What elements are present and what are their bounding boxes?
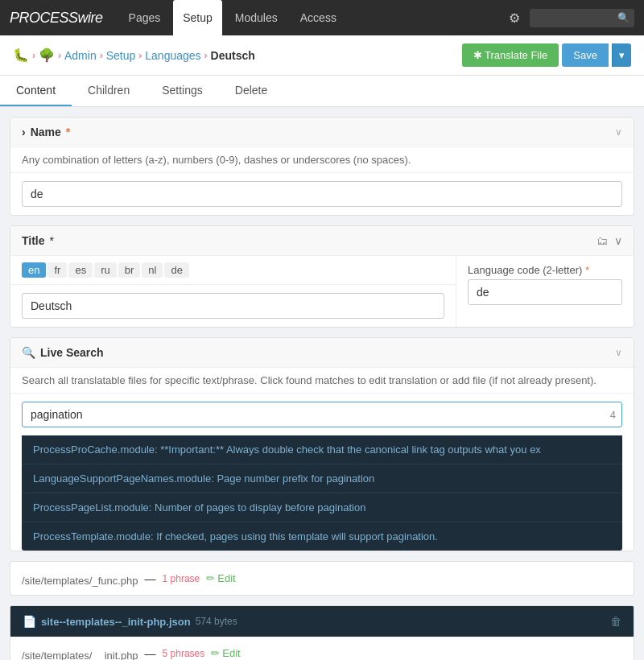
name-description: Any combination of letters (a-z), number…	[10, 147, 634, 173]
title-section-header: Title * 🗂 ∨	[10, 226, 634, 256]
title-label: Title	[22, 234, 45, 247]
lang-tabs: en fr es ru br nl de	[10, 256, 456, 285]
file-2-size: 574 bytes	[196, 616, 237, 627]
search-result-count: 4	[610, 409, 616, 421]
chevron-right-icon: ›	[22, 126, 26, 138]
action-buttons: ✱ Translate File Save ▾	[462, 43, 631, 67]
translate-file-button[interactable]: ✱ Translate File	[462, 43, 559, 67]
breadcrumb-setup[interactable]: Setup	[106, 49, 136, 62]
breadcrumb-admin[interactable]: Admin	[64, 49, 97, 62]
lang-code-label-text: Language code (2-letter)	[468, 264, 582, 276]
file-entry-2: 📄 site--templates--_init-php.json 574 by…	[10, 605, 634, 660]
file-2-left: 📄 site--templates--_init-php.json 574 by…	[23, 615, 237, 628]
file-entry-2-body: /site/templates/ _init.php — 5 phrases ✏…	[10, 637, 634, 660]
lang-tab-es[interactable]: es	[68, 262, 93, 278]
sep2: ›	[58, 50, 61, 61]
search-wrap: 🔍	[530, 9, 634, 27]
name-body	[10, 173, 634, 215]
logo-italic: wire	[78, 10, 103, 26]
name-section: › Name * ∨ Any combination of letters (a…	[10, 117, 634, 216]
nav-modules[interactable]: Modules	[225, 0, 287, 35]
name-title-label: Name	[31, 126, 61, 138]
file-phrase-count-1: 1 phrase	[163, 573, 200, 584]
breadcrumb-languages[interactable]: Languages	[145, 49, 200, 62]
nav-pages[interactable]: Pages	[119, 0, 171, 35]
file-path-row-1: /site/templates/_func.php — 1 phrase ✏ E…	[22, 570, 622, 587]
name-section-header: › Name * ∨	[10, 118, 634, 147]
gear-icon[interactable]: ⚙	[509, 10, 520, 26]
tab-children[interactable]: Children	[72, 76, 146, 106]
name-required-marker: *	[66, 126, 70, 138]
search-result-2[interactable]: LanguageSupportPageNames.module: Page nu…	[22, 464, 622, 493]
folder-icon[interactable]: 🗂	[597, 234, 608, 247]
name-collapse-icon[interactable]: ∨	[615, 126, 622, 138]
logo-text: PROCESS	[10, 10, 78, 26]
lang-tab-nl[interactable]: nl	[142, 262, 163, 278]
lang-code-input[interactable]	[468, 279, 622, 305]
tree-icon: 🌳	[39, 47, 55, 63]
sep5: ›	[204, 50, 208, 61]
app-logo: PROCESSwire	[10, 10, 103, 27]
lang-tab-fr[interactable]: fr	[47, 262, 67, 278]
file-path-2: /site/templates/	[22, 650, 92, 660]
file-path-1: /site/templates/_func.php	[22, 575, 138, 587]
search-result-3[interactable]: ProcessPageList.module: Number of pages …	[22, 493, 622, 522]
bug-icon: 🐛	[13, 47, 29, 63]
lang-code-required: *	[585, 264, 589, 276]
edit-icon-2: ✏	[211, 647, 220, 659]
breadcrumb-current: Deutsch	[211, 49, 255, 62]
file-2-name: site--templates--_init-php.json	[41, 616, 191, 628]
live-search-description: Search all translatable files for specif…	[10, 368, 634, 394]
sep4: ›	[138, 50, 142, 61]
live-search-input[interactable]	[22, 402, 622, 427]
nav-access[interactable]: Access	[291, 0, 346, 35]
lang-code-label: Language code (2-letter) *	[468, 264, 622, 276]
title-required-marker: *	[50, 234, 54, 247]
file-entry-1: /site/templates/_func.php — 1 phrase ✏ E…	[10, 561, 634, 596]
top-navigation: PROCESSwire Pages Setup Modules Access ⚙…	[0, 0, 644, 35]
live-search-section: 🔍 Live Search ∨ Search all translatable …	[10, 337, 634, 551]
trash-icon-2[interactable]: 🗑	[610, 615, 621, 628]
save-button[interactable]: Save	[562, 43, 609, 67]
title-input[interactable]	[22, 293, 444, 319]
tab-delete[interactable]: Delete	[219, 76, 283, 106]
name-section-title: › Name *	[22, 126, 70, 138]
file-edit-link-2[interactable]: ✏ Edit	[211, 647, 240, 659]
save-dropdown-button[interactable]: ▾	[612, 43, 631, 67]
nav-setup[interactable]: Setup	[173, 0, 222, 35]
title-label-group: Title *	[22, 234, 54, 247]
content-area: › Name * ∨ Any combination of letters (a…	[0, 117, 644, 660]
search-result-4[interactable]: ProcessTemplate.module: If checked, page…	[22, 522, 622, 551]
file-edit-link-1[interactable]: ✏ Edit	[206, 572, 235, 584]
sep3: ›	[100, 50, 103, 61]
tab-content[interactable]: Content	[0, 76, 72, 106]
edit-label-2: Edit	[222, 647, 240, 659]
breadcrumb: 🐛 › 🌳 › Admin › Setup › Languages › Deut…	[13, 47, 255, 63]
title-icons: 🗂 ∨	[597, 234, 622, 247]
live-search-title: 🔍 Live Search	[22, 346, 104, 359]
lang-tab-en[interactable]: en	[22, 262, 46, 278]
title-chevron-icon[interactable]: ∨	[614, 234, 622, 247]
live-search-title-text: Live Search	[40, 346, 104, 359]
search-input-wrap: 4	[22, 402, 622, 427]
tabs-bar: Content Children Settings Delete	[0, 76, 644, 107]
tab-settings[interactable]: Settings	[146, 76, 219, 106]
file-path-2b: _init.php	[98, 650, 138, 660]
sep1: ›	[32, 50, 35, 61]
live-search-header: 🔍 Live Search ∨	[10, 338, 634, 368]
file-doc-icon: 📄	[23, 615, 36, 628]
search-result-1[interactable]: ProcessProCache.module: **Important:** A…	[22, 435, 622, 464]
edit-label-1: Edit	[217, 572, 235, 584]
file-entry-2-header: 📄 site--templates--_init-php.json 574 by…	[10, 606, 634, 637]
search-icon: 🔍	[617, 12, 630, 23]
live-search-collapse-icon[interactable]: ∨	[615, 347, 622, 358]
name-input[interactable]	[22, 181, 622, 207]
search-icon-small: 🔍	[22, 346, 35, 359]
lang-tab-br[interactable]: br	[118, 262, 141, 278]
lang-tab-ru[interactable]: ru	[94, 262, 117, 278]
search-dropdown: ProcessProCache.module: **Important:** A…	[22, 435, 622, 551]
file-path-row-2: /site/templates/ _init.php — 5 phrases ✏…	[22, 645, 622, 660]
file-phrase-count-2: 5 phrases	[163, 648, 205, 659]
lang-tab-de[interactable]: de	[164, 262, 188, 278]
live-search-body: 4	[10, 394, 634, 435]
